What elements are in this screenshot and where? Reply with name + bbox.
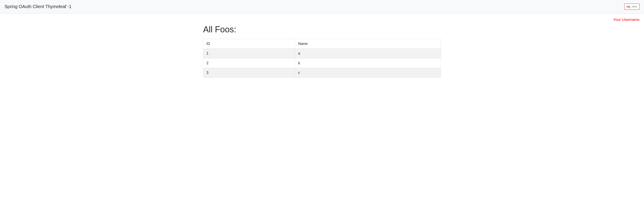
foos-table: ID Name 1 a 2 b 3 c bbox=[203, 39, 441, 78]
cell-name: c bbox=[295, 68, 441, 78]
table-header-row: ID Name bbox=[203, 39, 441, 49]
user-greeting-box: Hi, bbox=[624, 4, 640, 10]
main-container: All Foos: ID Name 1 a 2 b 3 c bbox=[198, 14, 446, 82]
table-row: 3 c bbox=[203, 68, 441, 78]
username-redacted bbox=[632, 6, 637, 8]
cell-name: b bbox=[295, 58, 441, 68]
page-title: All Foos: bbox=[203, 25, 441, 34]
column-header-id: ID bbox=[203, 39, 295, 49]
table-row: 2 b bbox=[203, 58, 441, 68]
column-header-name: Name bbox=[295, 39, 441, 49]
navbar: Spring OAuth Client Thymeleaf -1 Hi, bbox=[0, 0, 644, 14]
navbar-brand[interactable]: Spring OAuth Client Thymeleaf -1 bbox=[4, 4, 72, 9]
greeting-prefix: Hi, bbox=[627, 5, 631, 9]
cell-id: 1 bbox=[203, 49, 295, 58]
cell-name: a bbox=[295, 49, 441, 58]
username-annotation-label: Your Username bbox=[613, 18, 640, 22]
table-row: 1 a bbox=[203, 49, 441, 58]
cell-id: 3 bbox=[203, 68, 295, 78]
cell-id: 2 bbox=[203, 58, 295, 68]
